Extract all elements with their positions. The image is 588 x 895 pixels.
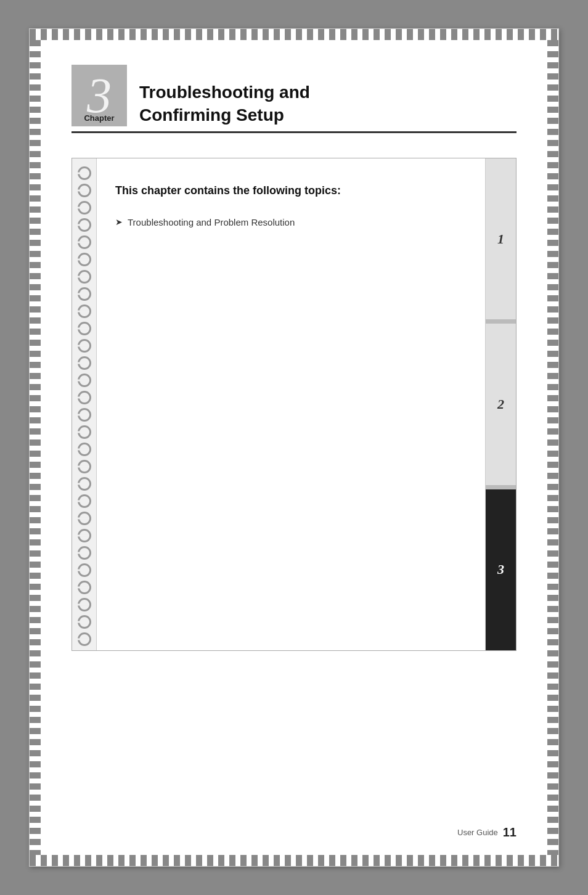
spiral-binding [72,158,97,650]
right-border-strip [547,40,558,855]
chapter-number: 3 [87,71,112,120]
spiral-ring [78,443,91,456]
spiral-ring [78,581,91,594]
spiral-ring [78,598,91,611]
spiral-ring [78,287,91,301]
topic-text: Troubleshooting and Problem Resolution [128,217,295,227]
top-border-strip [30,29,558,40]
spiral-ring [78,408,91,422]
chapter-number-box: 3 Chapter [71,65,127,126]
bottom-border-strip [30,855,558,866]
tab-item-3[interactable]: 3 [486,489,516,650]
spiral-ring [78,391,91,404]
tab-item-1[interactable]: 1 [486,158,516,320]
notebook-intro: This chapter contains the following topi… [115,183,467,198]
spiral-ring [78,166,91,180]
spiral-ring [78,425,91,439]
spiral-ring [78,512,91,525]
spiral-ring [78,477,91,491]
spiral-ring [78,201,91,215]
topic-arrow-icon: ➤ [115,217,123,227]
footer: User Guide 11 [457,825,517,840]
spiral-ring [78,460,91,473]
spiral-ring [78,563,91,577]
spiral-ring [78,322,91,335]
spiral-ring [78,184,91,197]
spiral-ring [78,253,91,266]
page: 3 Chapter Troubleshooting and Confirming… [29,28,559,867]
topic-item: ➤ Troubleshooting and Problem Resolution [115,217,467,227]
spiral-ring [78,529,91,542]
spiral-ring [78,270,91,284]
left-border-strip [30,40,41,855]
spiral-ring [78,494,91,508]
spiral-ring [78,304,91,318]
tab-section: 1 2 3 [485,158,516,650]
spiral-ring [78,374,91,387]
page-content: 3 Chapter Troubleshooting and Confirming… [41,40,547,855]
chapter-header: 3 Chapter Troubleshooting and Confirming… [71,65,517,133]
spiral-ring [78,218,91,232]
spiral-ring [78,632,91,646]
notebook-section: This chapter contains the following topi… [71,158,517,651]
spiral-ring [78,339,91,353]
tab-item-2[interactable]: 2 [486,324,516,485]
spiral-ring [78,356,91,370]
spiral-ring [78,615,91,629]
footer-label: User Guide [457,828,498,837]
spiral-ring [78,235,91,249]
chapter-title: Troubleshooting and Confirming Setup [139,81,310,126]
notebook-content: This chapter contains the following topi… [97,158,485,650]
spiral-ring [78,546,91,560]
footer-page-number: 11 [503,825,517,840]
chapter-label: Chapter [71,113,127,123]
